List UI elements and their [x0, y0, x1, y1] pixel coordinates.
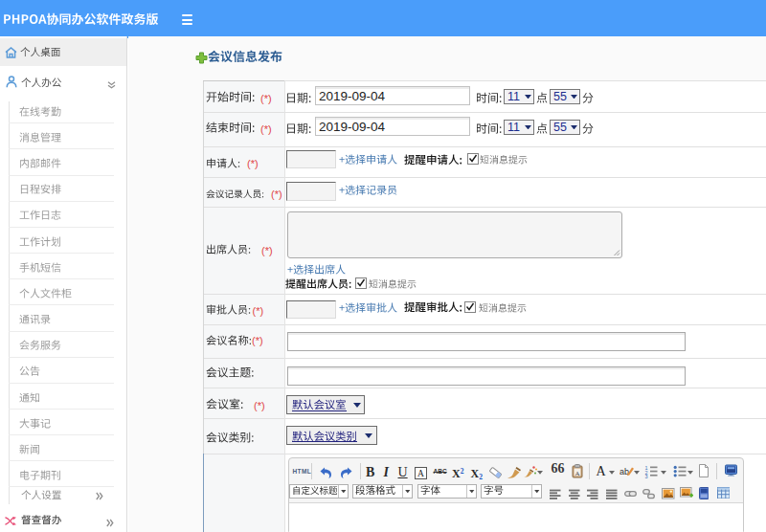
svg-text:A: A: [417, 469, 424, 478]
svg-text:A: A: [574, 469, 579, 477]
svg-text:3: 3: [645, 474, 648, 478]
